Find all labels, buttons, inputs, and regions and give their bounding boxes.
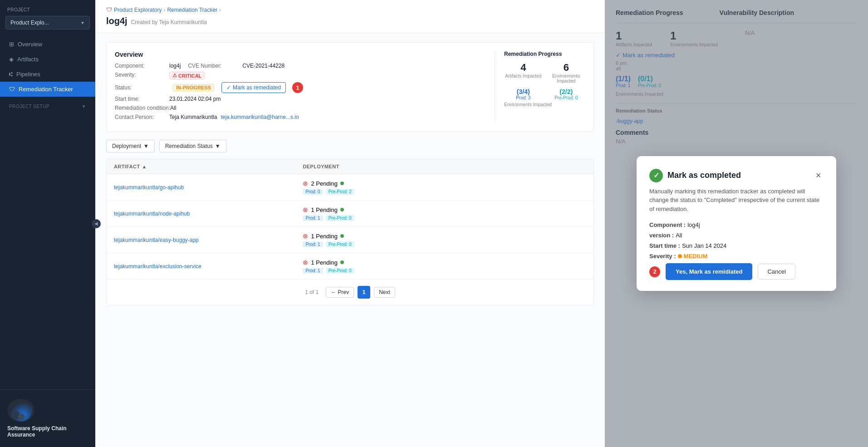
overview-left: Overview Component: log4j CVE Number: CV…: [115, 51, 485, 123]
severity-badge: ⚠ CRITICAL: [169, 72, 205, 79]
modal-header: ✓ Mark as completed ✕: [649, 169, 824, 182]
breadcrumb-sep1: ›: [163, 7, 165, 13]
check-icon: ✓: [226, 84, 231, 91]
preprod-tag-2: Pre-Prod: 0: [326, 241, 354, 247]
modal-dialog: ✓ Mark as completed ✕ Manually marking t…: [637, 156, 836, 291]
overview-card: Overview Component: log4j CVE Number: CV…: [106, 42, 594, 132]
next-page-button[interactable]: Next: [374, 287, 395, 298]
shield-icon: 🛡: [106, 6, 112, 13]
pending-icon-1: ⊗: [303, 206, 308, 213]
sidebar-nav-item-remediation-tracker[interactable]: 🛡 Remediation Tracker: [0, 82, 95, 97]
artifact-link-3[interactable]: tejakummarikuntla/exclusion-service: [114, 263, 303, 270]
orange-circle-icon: [678, 254, 682, 258]
deployment-cell-0: ⊗ 2 Pending Prod: 0 Pre-Prod: 2: [303, 180, 491, 195]
project-name: Product Explo...: [10, 20, 49, 26]
prod-tag-3: Prod: 1: [303, 268, 323, 274]
green-status-1: [340, 208, 344, 211]
page-count: 1 of 1: [305, 289, 319, 295]
right-panel: Remediation Progress Vulnerability Descr…: [605, 0, 868, 447]
prod-tag-2: Prod: 1: [303, 241, 323, 247]
chevron-down-icon-setup: ▼: [82, 104, 86, 109]
overview-title: Overview: [115, 51, 485, 58]
rp-grid: 4 Artifacts Impacted 6 Environments Impa…: [504, 62, 585, 100]
preprod-tag-0: Pre-Prod: 2: [326, 189, 354, 195]
artifacts-icon: ◈: [9, 56, 14, 63]
sidebar-nav-item-pipelines[interactable]: ⑆ Pipelines: [0, 67, 95, 82]
green-status-0: [340, 182, 344, 185]
prod-tag-0: Prod: 0: [303, 189, 323, 195]
deployment-cell-1: ⊗ 1 Pending Prod: 1 Pre-Prod: 0: [303, 206, 491, 221]
overview-right: Remediation Progress 4 Artifacts Impacte…: [495, 51, 585, 123]
table-container: ARTIFACT ▲ DEPLOYMENT tejakummarikuntla/…: [106, 159, 594, 305]
deployment-cell-2: ⊗ 1 Pending Prod: 1 Pre-Prod: 0: [303, 232, 491, 247]
pipelines-icon: ⑆: [9, 71, 13, 78]
project-selector[interactable]: Product Explo... ▼: [5, 16, 90, 29]
modal-close-button[interactable]: ✕: [813, 170, 824, 181]
remediation-status-filter[interactable]: Remediation Status ▼: [159, 140, 226, 152]
mark-remediated-button[interactable]: ✓ Mark as remediated: [221, 82, 286, 93]
green-status-2: [340, 234, 344, 238]
preprod-tag-3: Pre-Prod: 0: [326, 268, 354, 274]
modal-start-time-row: Start time : Sun Jan 14 2024: [649, 242, 824, 249]
breadcrumb-project[interactable]: Product Exploratory: [114, 7, 162, 13]
breadcrumb: 🛡 Product Exploratory › Remediation Trac…: [95, 0, 605, 13]
table-header: ARTIFACT ▲ DEPLOYMENT: [107, 159, 593, 174]
table-row: tejakummarikuntla/go-apihub ⊗ 2 Pending …: [107, 174, 593, 201]
sidebar-nav-item-overview[interactable]: ⊞ Overview: [0, 37, 95, 52]
modal-severity-row: Severity : MEDIUM: [649, 253, 824, 260]
project-setup-section: PROJECT SETUP ▼: [0, 97, 95, 112]
artifacts-impacted: 4 Artifacts Impacted: [504, 62, 543, 84]
modal-description: Manually marking this remediation tracke…: [649, 187, 824, 214]
checkmark-icon: ✓: [653, 171, 659, 180]
page-subtitle: Created by Teja Kummarikuntla: [131, 19, 207, 25]
step-badge-2: 2: [649, 266, 660, 277]
contact-row: Contact Person: Teja Kummarikuntla teja.…: [115, 114, 485, 120]
footer-title: Software Supply Chain Assurance: [7, 425, 88, 438]
current-page[interactable]: 1: [358, 286, 370, 299]
modal-title-row: ✓ Mark as completed: [649, 169, 741, 182]
column-extra: [492, 164, 586, 169]
pending-icon-2: ⊗: [303, 232, 308, 240]
content-area: Overview Component: log4j CVE Number: CV…: [95, 33, 605, 447]
modal-overlay: ✓ Mark as completed ✕ Manually marking t…: [605, 0, 868, 447]
sidebar-collapse-button[interactable]: ◀: [92, 219, 101, 228]
modal-actions: 2 Yes, Mark as remidiated Cancel: [649, 263, 824, 280]
pagination: 1 of 1 ← Prev 1 Next: [107, 280, 593, 305]
breadcrumb-section[interactable]: Remediation Tracker: [167, 7, 217, 13]
table-row: tejakummarikuntla/node-apihub ⊗ 1 Pendin…: [107, 201, 593, 227]
remediation-icon: 🛡: [9, 86, 15, 93]
component-row: Component: log4j CVE Number: CVE-2021-44…: [115, 63, 485, 69]
column-deployment: DEPLOYMENT: [303, 164, 491, 169]
step-badge-1: 1: [292, 82, 303, 93]
sidebar: Project Product Explo... ▼ ⊞ Overview ◈ …: [0, 0, 95, 447]
deployment-cell-3: ⊗ 1 Pending Prod: 1 Pre-Prod: 0: [303, 259, 491, 274]
sidebar-nav-item-artifacts[interactable]: ◈ Artifacts: [0, 52, 95, 67]
confirm-remediated-button[interactable]: Yes, Mark as remidiated: [666, 263, 752, 280]
pending-icon-3: ⊗: [303, 259, 308, 266]
preprod-tag-1: Pre-Prod: 0: [326, 215, 354, 221]
sidebar-project-label: Project: [0, 0, 95, 14]
sort-icon: ▲: [142, 164, 147, 169]
overview-icon: ⊞: [9, 41, 14, 48]
artifact-link-0[interactable]: tejakummarikuntla/go-apihub: [114, 184, 303, 191]
pending-icon-0: ⊗: [303, 180, 308, 187]
deployment-filter[interactable]: Deployment ▼: [106, 140, 155, 152]
prev-page-button[interactable]: ← Prev: [326, 287, 354, 298]
modal-component-row: Component : log4j: [649, 221, 824, 228]
pending-text-1: 1 Pending: [311, 206, 338, 213]
chevron-down-icon-status: ▼: [215, 143, 221, 149]
artifact-link-1[interactable]: tejakummarikuntla/node-apihub: [114, 211, 303, 217]
page-title: log4j: [106, 16, 128, 26]
check-circle-icon: ✓: [649, 169, 663, 182]
chevron-down-icon-deploy: ▼: [143, 143, 149, 149]
status-row: Status: IN-PROGRESS ✓ Mark as remediated…: [115, 82, 485, 93]
cancel-button[interactable]: Cancel: [758, 264, 795, 280]
sidebar-footer: Software Supply Chain Assurance ◀: [0, 389, 95, 447]
warning-icon: ⚠: [172, 73, 177, 79]
severity-row: Severity: ⚠ CRITICAL: [115, 72, 485, 79]
modal-version-row: version : All: [649, 232, 824, 239]
artifact-link-2[interactable]: tejakummarikuntla/easy-buggy-app: [114, 237, 303, 243]
green-status-3: [340, 260, 344, 264]
status-badge: IN-PROGRESS: [173, 84, 214, 91]
prod-tag-1: Prod: 1: [303, 215, 323, 221]
